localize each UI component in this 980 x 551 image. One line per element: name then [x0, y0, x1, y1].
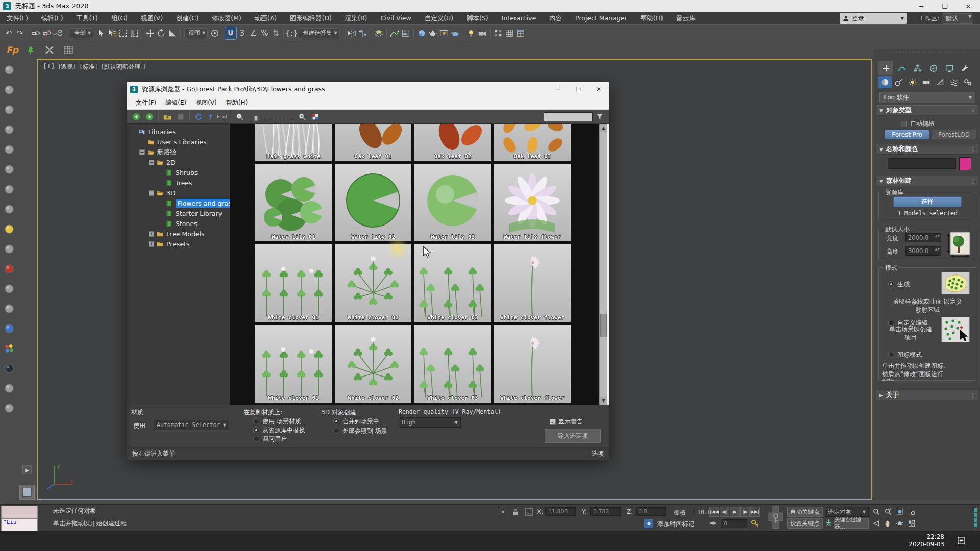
thumbnail-white-clover-01[interactable]: White clover 01 — [255, 244, 332, 322]
thumbnail-water-lily-01[interactable]: Water lily 01 — [255, 164, 332, 241]
panel-tab-create[interactable] — [878, 61, 893, 75]
duplicate-material-option-3[interactable]: 调问用户 — [253, 435, 305, 443]
tree-item-free-models[interactable]: +Free Models — [127, 229, 230, 239]
menu-11[interactable]: Civil View — [374, 12, 418, 24]
thumbnail-water-lily-flower[interactable]: Water lily flower — [494, 164, 571, 241]
menu-13[interactable]: 脚本(S) — [460, 12, 495, 24]
select-object-icon[interactable] — [95, 27, 106, 39]
forestlod-button[interactable]: ForestLOD — [932, 130, 976, 139]
orbit-icon[interactable] — [894, 518, 905, 529]
edit-named-selection-icon[interactable]: {;} — [286, 27, 297, 39]
key-mode-icon[interactable] — [750, 519, 759, 529]
tree-item-starter-library[interactable]: Starter Library — [127, 208, 230, 218]
fov-icon[interactable] — [871, 518, 881, 529]
menu-3[interactable]: 工具(T) — [70, 12, 105, 24]
undo-icon[interactable]: ↶ — [3, 27, 14, 39]
radio-icon[interactable] — [888, 281, 894, 287]
menu-12[interactable]: 自定义(U) — [418, 12, 460, 24]
object-color-swatch[interactable] — [959, 157, 971, 170]
move-icon[interactable] — [144, 27, 156, 39]
zoom-in-icon[interactable] — [296, 111, 308, 123]
zoom-extents-icon[interactable] — [894, 506, 905, 517]
tool-sphere-icon[interactable] — [3, 183, 16, 195]
percent-snap-icon[interactable]: % — [259, 27, 270, 39]
viewport-menu-general[interactable]: [+] — [44, 63, 54, 71]
collapse-icon[interactable]: − — [139, 149, 145, 155]
forest-tree-icon[interactable] — [24, 44, 37, 57]
viewport-menu-shading[interactable]: [默认明暗处理 ] — [102, 63, 145, 71]
toolbar-dropdown-all[interactable]: 全部▼ — [70, 28, 93, 38]
isolate-selection-icon[interactable] — [498, 507, 508, 517]
material-selector-dropdown[interactable]: Automatic Selector ▼ — [154, 420, 229, 430]
height-spinner[interactable]: 3000.0 ▲▼ — [905, 246, 941, 256]
radio-icon[interactable] — [333, 428, 339, 434]
thumbnail-white-clover-02[interactable]: White clover 02 — [335, 325, 411, 403]
category-dropdown[interactable]: Itoo 软件 ▼ — [879, 92, 975, 103]
tool-slab-icon[interactable] — [3, 382, 16, 394]
notification-icon[interactable] — [957, 536, 966, 547]
dialog-minimize-button[interactable]: ─ — [548, 82, 568, 96]
menu-17[interactable]: 帮助(H) — [634, 12, 670, 24]
tool-ball-icon[interactable] — [3, 242, 16, 255]
menu-7[interactable]: 修改器(M) — [205, 12, 248, 24]
collapse-icon[interactable]: − — [149, 190, 154, 196]
menu-14[interactable]: Interactive — [495, 12, 543, 24]
radio-icon[interactable] — [253, 418, 259, 424]
zoom-region-icon[interactable] — [906, 506, 917, 517]
camera-icon[interactable] — [477, 27, 488, 39]
close-button[interactable]: ✕ — [957, 0, 980, 12]
tool-knife-icon[interactable] — [3, 123, 16, 136]
crossing-selection-icon[interactable] — [129, 27, 140, 39]
zoom-all-icon[interactable] — [883, 506, 893, 517]
character-icon[interactable] — [825, 519, 832, 528]
radio-icon[interactable] — [253, 436, 259, 442]
thumbnail-white-clover-flower[interactable]: White clover flower — [494, 244, 571, 322]
layer-manager-icon[interactable] — [373, 27, 384, 39]
menu-16[interactable]: Project Manager — [569, 12, 634, 24]
time-tag-icon[interactable] — [644, 519, 653, 528]
menu-15[interactable]: 内容 — [543, 12, 569, 24]
graph-editor-icon[interactable] — [389, 27, 400, 39]
forest-pro-button[interactable]: Forest Pro — [885, 130, 929, 139]
expand-tray-button[interactable]: ▶ — [22, 465, 32, 474]
current-frame-field[interactable]: 0 — [721, 519, 747, 528]
menu-6[interactable]: 创建(C) — [169, 12, 205, 24]
bind-to-space-warp-icon[interactable] — [53, 27, 64, 39]
align-icon[interactable] — [357, 27, 369, 39]
tool-shell-icon[interactable] — [3, 203, 16, 215]
menu-8[interactable]: 动画(A) — [248, 12, 283, 24]
thumbnail-water-lily-03[interactable]: Water lily 03 — [414, 164, 491, 241]
radio-icon[interactable] — [253, 427, 259, 433]
rect-selection-icon[interactable] — [117, 27, 129, 39]
duplicate-material-option-1[interactable]: 使用 场景材质 — [253, 417, 305, 425]
panel-tab-modify[interactable] — [894, 61, 909, 75]
panel-tab-display[interactable] — [942, 61, 957, 75]
x-coordinate-field[interactable]: 11.805 — [545, 507, 576, 516]
panel-sub-geometry[interactable] — [878, 76, 892, 88]
tool-ball-dark-icon[interactable] — [3, 362, 16, 374]
mirror-icon[interactable] — [346, 27, 357, 39]
tool-cylinder-icon[interactable] — [3, 103, 16, 116]
rotate-icon[interactable] — [156, 27, 167, 39]
radio-icon[interactable] — [888, 352, 894, 358]
panel-sub-systems[interactable] — [961, 76, 974, 88]
custom-edit-mode-icon[interactable] — [941, 317, 970, 342]
select-models-button[interactable]: 选择 — [893, 196, 962, 207]
add-time-tag-label[interactable]: 添加时间标记 — [657, 520, 694, 529]
dialog-close-button[interactable]: ✕ — [589, 82, 609, 96]
pan-hand-icon[interactable] — [883, 518, 893, 529]
rollout-forest-creation[interactable]: ▼ 森林创建 ⣿ — [876, 176, 978, 186]
spinner-snap-icon[interactable]: ⇅ — [270, 27, 281, 39]
expand-icon[interactable]: + — [149, 241, 154, 247]
auto-key-button[interactable]: 自动关键点 — [787, 507, 823, 517]
viewport-menu-standard[interactable]: [标准] — [80, 63, 97, 71]
tree-item-2d[interactable]: −2D — [127, 157, 230, 167]
spinner-arrows-icon[interactable]: ▲▼ — [935, 234, 940, 237]
select-by-name-icon[interactable] — [106, 27, 117, 39]
go-to-start-button[interactable]: |◀◀ — [709, 507, 719, 517]
render-icon[interactable] — [450, 27, 461, 39]
snap-toggle-3d-icon[interactable] — [225, 27, 236, 39]
scene-explorer-icon[interactable] — [400, 27, 411, 39]
panel-sub-shapes[interactable] — [892, 76, 905, 88]
menu-2[interactable]: 编辑(E) — [35, 12, 70, 24]
